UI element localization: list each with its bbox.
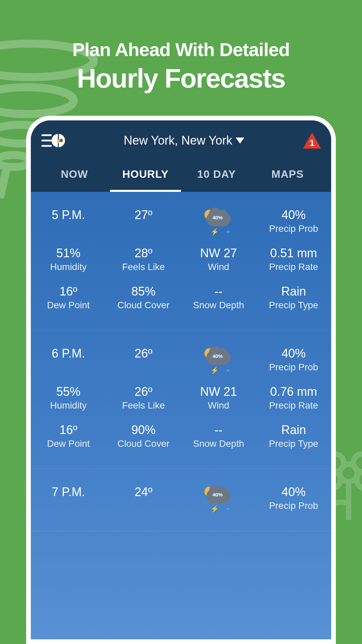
precip-type-cell: RainPrecip Type — [256, 284, 331, 311]
time-cell: 7 P.M. — [31, 485, 106, 511]
chevron-down-icon — [236, 138, 244, 144]
hour-block: 5 P.M. 27º 40%⚡❜❜❜ 40%Precip Prob 51%Hum… — [31, 192, 331, 330]
svg-text:❄: ❄ — [59, 138, 63, 143]
cloud-cover-cell: 90%Cloud Cover — [106, 423, 181, 449]
hour-block: 6 P.M. 26º 40%⚡❜❜❜ 40%Precip Prob 55%Hum… — [31, 330, 331, 469]
precip-rate-cell: 0.76 mmPrecip Rate — [256, 385, 331, 411]
location-selector[interactable]: New York, New York — [124, 133, 244, 148]
dew-point-cell: 16ºDew Point — [31, 284, 106, 311]
precip-prob-cell: 40%Precip Prob — [256, 485, 331, 511]
snow-depth-cell: --Snow Depth — [181, 423, 256, 449]
hour-block: 7 P.M. 24º 40%⚡❜❜❜ 40%Precip Prob — [31, 469, 331, 531]
alert-button[interactable]: 1 — [303, 132, 321, 149]
app-bar: ⚡ ❄ New York, New York 1 — [31, 120, 331, 161]
temp-cell: 27º — [106, 208, 181, 234]
tab-bar: NOW HOURLY 10 DAY MAPS — [31, 161, 331, 192]
wind-cell: NW 27Wind — [181, 246, 256, 272]
temp-cell: 26º — [106, 346, 181, 373]
tab-maps[interactable]: MAPS — [252, 168, 323, 192]
tab-now[interactable]: NOW — [39, 168, 110, 192]
weather-icon: 40%⚡❜❜❜ — [181, 485, 256, 511]
weather-icon: 40%⚡❜❜❜ — [181, 346, 256, 373]
phone-frame: ⚡ ❄ New York, New York 1 NOW HOURLY 10 D… — [26, 116, 336, 644]
svg-marker-18 — [236, 138, 244, 144]
cloud-cover-cell: 85%Cloud Cover — [106, 284, 181, 311]
svg-point-0 — [0, 44, 94, 77]
time-cell: 5 P.M. — [31, 208, 106, 234]
wind-cell: NW 21Wind — [181, 385, 256, 411]
humidity-cell: 51%Humidity — [31, 246, 106, 272]
location-text: New York, New York — [124, 133, 232, 148]
svg-line-4 — [0, 168, 7, 198]
alert-count: 1 — [310, 138, 314, 148]
precip-prob-cell: 40%Precip Prob — [256, 346, 331, 373]
svg-point-9 — [357, 471, 362, 488]
humidity-cell: 55%Humidity — [31, 385, 106, 411]
svg-point-7 — [353, 454, 362, 472]
feels-like-cell: 26ºFeels Like — [106, 385, 181, 411]
time-cell: 6 P.M. — [31, 346, 106, 373]
tab-10day[interactable]: 10 DAY — [181, 168, 252, 192]
weather-icon: 40%⚡❜❜❜ — [181, 208, 256, 234]
svg-point-3 — [0, 155, 30, 167]
precip-rate-cell: 0.51 mmPrecip Rate — [256, 246, 331, 272]
precip-type-cell: RainPrecip Type — [256, 423, 331, 449]
temp-cell: 24º — [106, 485, 181, 511]
feels-like-cell: 28ºFeels Like — [106, 246, 181, 272]
phone-screen: ⚡ ❄ New York, New York 1 NOW HOURLY 10 D… — [31, 120, 331, 639]
dew-point-cell: 16ºDew Point — [31, 423, 106, 449]
appbar-left: ⚡ ❄ — [41, 131, 65, 150]
precip-prob-cell: 40%Precip Prob — [256, 208, 331, 234]
tab-hourly[interactable]: HOURLY — [110, 168, 181, 192]
menu-icon[interactable]: ⚡ ❄ — [41, 131, 65, 150]
hourly-content[interactable]: 5 P.M. 27º 40%⚡❜❜❜ 40%Precip Prob 51%Hum… — [31, 192, 331, 639]
svg-point-1 — [0, 87, 74, 114]
snow-depth-cell: --Snow Depth — [181, 284, 256, 311]
